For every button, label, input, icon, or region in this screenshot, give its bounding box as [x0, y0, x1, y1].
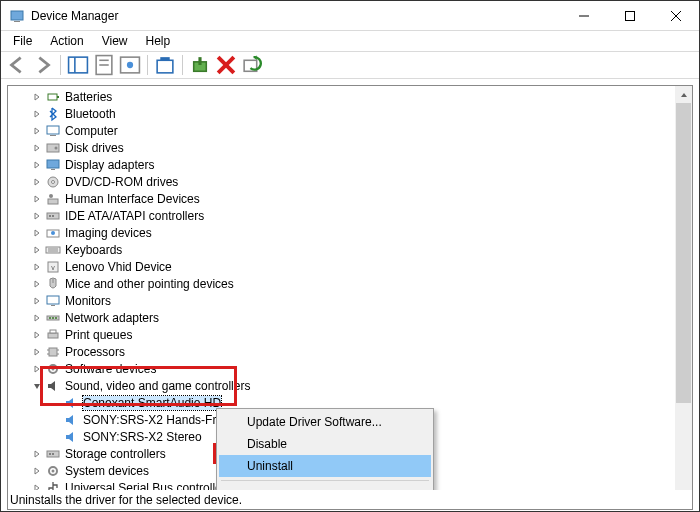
tree-item-sound[interactable]: Sound, video and game controllers: [12, 377, 692, 394]
svg-rect-14: [160, 57, 169, 60]
svg-rect-26: [51, 169, 55, 170]
tree-item[interactable]: Processors: [12, 343, 692, 360]
category-icon: [45, 123, 61, 139]
enable-button[interactable]: [188, 53, 212, 77]
show-hide-button[interactable]: [66, 53, 90, 77]
tree-item-label: Print queues: [65, 328, 132, 342]
expand-icon[interactable]: [30, 447, 44, 461]
expand-icon[interactable]: [30, 175, 44, 189]
expand-icon[interactable]: [30, 141, 44, 155]
forward-button[interactable]: [31, 53, 55, 77]
speaker-icon: [63, 412, 79, 428]
tree-item[interactable]: Disk drives: [12, 139, 692, 156]
menu-view[interactable]: View: [94, 32, 136, 50]
svg-point-35: [51, 231, 55, 235]
menu-file[interactable]: File: [5, 32, 40, 50]
menubar: File Action View Help: [1, 31, 699, 51]
category-icon: [45, 446, 61, 462]
expand-icon[interactable]: [30, 328, 44, 342]
svg-point-28: [52, 180, 55, 183]
tree-item-label: Batteries: [65, 90, 112, 104]
svg-point-58: [49, 453, 51, 455]
update-driver-button[interactable]: [153, 53, 177, 77]
expand-icon[interactable]: [30, 277, 44, 291]
maximize-button[interactable]: [607, 1, 653, 31]
tree-item[interactable]: Monitors: [12, 292, 692, 309]
tree-item[interactable]: DVD/CD-ROM drives: [12, 173, 692, 190]
scan-hardware-button[interactable]: [240, 53, 264, 77]
tree-item[interactable]: Network adapters: [12, 309, 692, 326]
tree-item-label: SONY:SRS-X2 Hands-Free: [83, 413, 230, 427]
expand-icon[interactable]: [30, 107, 44, 121]
minimize-button[interactable]: [561, 1, 607, 31]
tree-item[interactable]: Display adapters: [12, 156, 692, 173]
uninstall-button[interactable]: [214, 53, 238, 77]
tree-item[interactable]: Human Interface Devices: [12, 190, 692, 207]
category-icon: [45, 208, 61, 224]
ctx-disable[interactable]: Disable: [219, 433, 431, 455]
svg-rect-50: [49, 348, 57, 356]
svg-rect-6: [69, 57, 88, 73]
svg-rect-36: [46, 247, 60, 253]
ctx-update-driver[interactable]: Update Driver Software...: [219, 411, 431, 433]
expand-icon[interactable]: [30, 311, 44, 325]
ctx-uninstall[interactable]: Uninstall: [219, 455, 431, 477]
expand-icon[interactable]: [30, 192, 44, 206]
status-text: Uninstalls the driver for the selected d…: [10, 493, 242, 507]
tree-item[interactable]: IDE ATA/ATAPI controllers: [12, 207, 692, 224]
collapse-icon[interactable]: [30, 379, 44, 393]
tree-item[interactable]: Imaging devices: [12, 224, 692, 241]
titlebar: Device Manager: [1, 1, 699, 31]
svg-rect-0: [11, 11, 23, 20]
tree-item-label: Network adapters: [65, 311, 159, 325]
expand-icon[interactable]: [30, 90, 44, 104]
menu-action[interactable]: Action: [42, 32, 91, 50]
tree-item[interactable]: v Lenovo Vhid Device: [12, 258, 692, 275]
tree-item[interactable]: Keyboards: [12, 241, 692, 258]
svg-rect-29: [48, 199, 58, 204]
vertical-scrollbar[interactable]: [675, 86, 692, 508]
category-icon: v: [45, 259, 61, 275]
expand-icon[interactable]: [30, 362, 44, 376]
expand-icon[interactable]: [30, 158, 44, 172]
svg-point-56: [52, 367, 55, 370]
svg-rect-20: [57, 96, 59, 98]
category-icon: [45, 327, 61, 343]
svg-point-46: [52, 317, 54, 319]
scroll-up-icon[interactable]: [675, 86, 692, 103]
tree-item-label: Software devices: [65, 362, 156, 376]
svg-point-30: [49, 194, 53, 198]
speaker-icon: [63, 395, 79, 411]
tree-item-label: Lenovo Vhid Device: [65, 260, 172, 274]
menu-help[interactable]: Help: [138, 32, 179, 50]
svg-rect-3: [626, 11, 635, 20]
tree-item[interactable]: Bluetooth: [12, 105, 692, 122]
svg-point-12: [127, 62, 133, 68]
properties-button[interactable]: [92, 53, 116, 77]
svg-rect-13: [157, 60, 173, 73]
tree-item[interactable]: Software devices: [12, 360, 692, 377]
close-button[interactable]: [653, 1, 699, 31]
scroll-thumb[interactable]: [676, 103, 691, 403]
expand-icon[interactable]: [30, 345, 44, 359]
svg-point-59: [52, 453, 54, 455]
window-buttons: [561, 1, 699, 31]
expand-icon[interactable]: [30, 209, 44, 223]
tree-item[interactable]: Computer: [12, 122, 692, 139]
expand-icon[interactable]: [30, 124, 44, 138]
expand-icon[interactable]: [30, 226, 44, 240]
svg-point-24: [55, 146, 58, 149]
expand-icon[interactable]: [30, 243, 44, 257]
svg-point-45: [49, 317, 51, 319]
expand-icon[interactable]: [30, 294, 44, 308]
svg-rect-48: [48, 333, 58, 338]
back-button[interactable]: [5, 53, 29, 77]
tree-item-label: System devices: [65, 464, 149, 478]
help-button[interactable]: [118, 53, 142, 77]
tree-item[interactable]: Mice and other pointing devices: [12, 275, 692, 292]
expand-icon[interactable]: [30, 464, 44, 478]
category-icon: [45, 310, 61, 326]
expand-icon[interactable]: [30, 260, 44, 274]
tree-item[interactable]: Batteries: [12, 88, 692, 105]
tree-item[interactable]: Print queues: [12, 326, 692, 343]
